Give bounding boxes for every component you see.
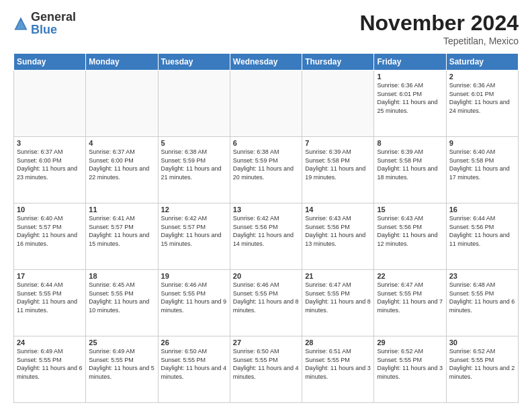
day-number: 11 [89,205,154,214]
day-info: Sunrise: 6:45 AM Sunset: 5:55 PM Dayligh… [89,281,154,314]
calendar-cell: 2Sunrise: 6:36 AM Sunset: 6:01 PM Daylig… [446,71,518,137]
calendar-cell: 26Sunrise: 6:50 AM Sunset: 5:55 PM Dayli… [158,336,230,403]
calendar-header-row: Sunday Monday Tuesday Wednesday Thursday… [14,54,519,71]
day-number: 3 [17,139,83,147]
day-info: Sunrise: 6:39 AM Sunset: 5:58 PM Dayligh… [377,148,443,181]
day-info: Sunrise: 6:41 AM Sunset: 5:57 PM Dayligh… [89,214,154,248]
calendar-cell: 6Sunrise: 6:38 AM Sunset: 5:59 PM Daylig… [230,137,302,203]
day-info: Sunrise: 6:43 AM Sunset: 5:56 PM Dayligh… [305,214,371,248]
calendar-cell: 14Sunrise: 6:43 AM Sunset: 5:56 PM Dayli… [302,203,374,270]
day-info: Sunrise: 6:42 AM Sunset: 5:56 PM Dayligh… [233,214,299,248]
logo-text: General Blue [31,11,76,36]
day-info: Sunrise: 6:38 AM Sunset: 5:59 PM Dayligh… [161,148,227,181]
day-number: 8 [377,139,443,147]
day-number: 16 [449,205,515,214]
calendar-cell: 12Sunrise: 6:42 AM Sunset: 5:57 PM Dayli… [158,203,230,270]
day-number: 23 [449,272,515,280]
calendar-cell: 16Sunrise: 6:44 AM Sunset: 5:56 PM Dayli… [446,203,518,270]
day-info: Sunrise: 6:50 AM Sunset: 5:55 PM Dayligh… [161,347,227,381]
calendar-cell [302,71,374,137]
day-number: 7 [305,139,371,147]
calendar-cell: 3Sunrise: 6:37 AM Sunset: 6:00 PM Daylig… [14,137,86,203]
calendar-week-5: 24Sunrise: 6:49 AM Sunset: 5:55 PM Dayli… [14,336,519,403]
day-info: Sunrise: 6:46 AM Sunset: 5:55 PM Dayligh… [233,281,299,314]
day-number: 6 [233,139,299,147]
day-number: 24 [17,338,83,347]
day-number: 28 [305,338,371,347]
col-wednesday: Wednesday [230,54,302,71]
day-info: Sunrise: 6:42 AM Sunset: 5:57 PM Dayligh… [161,214,227,248]
calendar-cell: 10Sunrise: 6:40 AM Sunset: 5:57 PM Dayli… [14,203,86,270]
day-number: 10 [17,205,83,214]
day-info: Sunrise: 6:49 AM Sunset: 5:55 PM Dayligh… [89,347,154,381]
col-saturday: Saturday [446,54,518,71]
col-monday: Monday [86,54,158,71]
day-number: 15 [377,205,443,214]
day-number: 17 [17,272,83,280]
day-info: Sunrise: 6:47 AM Sunset: 5:55 PM Dayligh… [377,281,443,314]
day-info: Sunrise: 6:47 AM Sunset: 5:55 PM Dayligh… [305,281,371,314]
calendar-cell: 29Sunrise: 6:52 AM Sunset: 5:55 PM Dayli… [374,336,446,403]
col-friday: Friday [374,54,446,71]
title-location: Tepetitlan, Mexico [359,36,519,46]
col-tuesday: Tuesday [158,54,230,71]
calendar-cell [230,71,302,137]
day-number: 22 [377,272,443,280]
calendar-cell: 25Sunrise: 6:49 AM Sunset: 5:55 PM Dayli… [86,336,158,403]
calendar-cell: 1Sunrise: 6:36 AM Sunset: 6:01 PM Daylig… [374,71,446,137]
day-info: Sunrise: 6:37 AM Sunset: 6:00 PM Dayligh… [17,148,83,181]
day-number: 21 [305,272,371,280]
calendar-cell: 4Sunrise: 6:37 AM Sunset: 6:00 PM Daylig… [86,137,158,203]
day-info: Sunrise: 6:37 AM Sunset: 6:00 PM Dayligh… [89,148,154,181]
day-info: Sunrise: 6:52 AM Sunset: 5:55 PM Dayligh… [449,347,515,381]
calendar-week-3: 10Sunrise: 6:40 AM Sunset: 5:57 PM Dayli… [14,203,519,270]
logo-icon [13,16,28,31]
day-number: 29 [377,338,443,347]
day-info: Sunrise: 6:38 AM Sunset: 5:59 PM Dayligh… [233,148,299,181]
calendar-cell: 30Sunrise: 6:52 AM Sunset: 5:55 PM Dayli… [446,336,518,403]
day-number: 25 [89,338,154,347]
page: General Blue November 2024 Tepetitlan, M… [0,0,532,411]
day-info: Sunrise: 6:44 AM Sunset: 5:55 PM Dayligh… [17,281,83,314]
calendar-cell [14,71,86,137]
day-info: Sunrise: 6:43 AM Sunset: 5:56 PM Dayligh… [377,214,443,248]
day-info: Sunrise: 6:46 AM Sunset: 5:55 PM Dayligh… [161,281,227,314]
day-info: Sunrise: 6:36 AM Sunset: 6:01 PM Dayligh… [377,81,443,115]
calendar-cell: 9Sunrise: 6:40 AM Sunset: 5:58 PM Daylig… [446,137,518,203]
day-info: Sunrise: 6:44 AM Sunset: 5:56 PM Dayligh… [449,214,515,248]
calendar-cell: 28Sunrise: 6:51 AM Sunset: 5:55 PM Dayli… [302,336,374,403]
col-thursday: Thursday [302,54,374,71]
calendar-cell: 17Sunrise: 6:44 AM Sunset: 5:55 PM Dayli… [14,270,86,336]
day-info: Sunrise: 6:40 AM Sunset: 5:58 PM Dayligh… [449,148,515,181]
day-number: 18 [89,272,154,280]
day-info: Sunrise: 6:51 AM Sunset: 5:55 PM Dayligh… [305,347,371,381]
title-block: November 2024 Tepetitlan, Mexico [359,11,519,46]
day-number: 20 [233,272,299,280]
col-sunday: Sunday [14,54,86,71]
day-number: 12 [161,205,227,214]
day-info: Sunrise: 6:52 AM Sunset: 5:55 PM Dayligh… [377,347,443,381]
day-info: Sunrise: 6:39 AM Sunset: 5:58 PM Dayligh… [305,148,371,181]
calendar-cell: 15Sunrise: 6:43 AM Sunset: 5:56 PM Dayli… [374,203,446,270]
day-number: 27 [233,338,299,347]
day-number: 1 [377,73,443,81]
calendar-cell: 24Sunrise: 6:49 AM Sunset: 5:55 PM Dayli… [14,336,86,403]
header: General Blue November 2024 Tepetitlan, M… [13,11,519,46]
day-number: 19 [161,272,227,280]
logo-general: General [31,10,76,24]
calendar-cell: 20Sunrise: 6:46 AM Sunset: 5:55 PM Dayli… [230,270,302,336]
calendar-cell: 21Sunrise: 6:47 AM Sunset: 5:55 PM Dayli… [302,270,374,336]
logo-blue: Blue [31,23,57,36]
calendar-cell: 23Sunrise: 6:48 AM Sunset: 5:55 PM Dayli… [446,270,518,336]
calendar-week-2: 3Sunrise: 6:37 AM Sunset: 6:00 PM Daylig… [14,137,519,203]
calendar-cell: 19Sunrise: 6:46 AM Sunset: 5:55 PM Dayli… [158,270,230,336]
calendar-table: Sunday Monday Tuesday Wednesday Thursday… [13,53,519,403]
calendar-cell [86,71,158,137]
day-number: 5 [161,139,227,147]
calendar-cell: 8Sunrise: 6:39 AM Sunset: 5:58 PM Daylig… [374,137,446,203]
day-number: 9 [449,139,515,147]
day-number: 4 [89,139,154,147]
title-month: November 2024 [359,11,519,36]
calendar-week-4: 17Sunrise: 6:44 AM Sunset: 5:55 PM Dayli… [14,270,519,336]
day-number: 14 [305,205,371,214]
